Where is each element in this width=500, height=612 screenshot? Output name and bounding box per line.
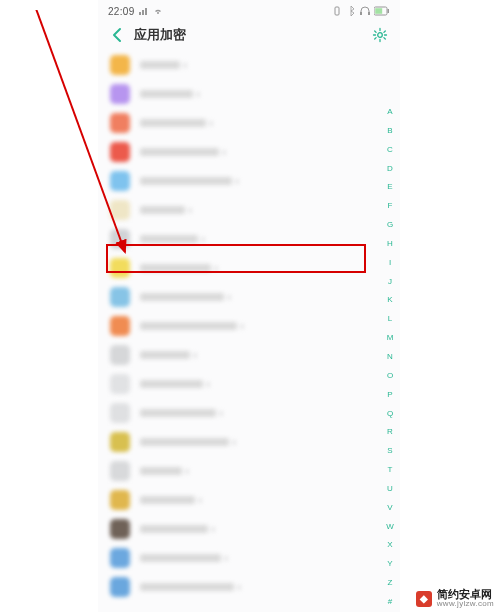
index-letter[interactable]: S xyxy=(387,447,392,455)
status-left: 22:09 xyxy=(108,6,163,17)
index-letter[interactable]: L xyxy=(388,315,392,323)
app-name-blur xyxy=(140,206,185,214)
app-icon xyxy=(110,490,130,510)
index-letter[interactable]: I xyxy=(389,259,391,267)
svg-rect-0 xyxy=(335,7,339,15)
app-name-blur xyxy=(140,264,211,272)
app-row[interactable]: › xyxy=(98,195,382,224)
app-row[interactable]: › xyxy=(98,543,382,572)
index-letter[interactable]: J xyxy=(388,278,392,286)
index-letter[interactable]: G xyxy=(387,221,393,229)
app-icon xyxy=(110,200,130,220)
app-name-blur xyxy=(140,61,180,69)
index-letter[interactable]: H xyxy=(387,240,393,248)
index-letter[interactable]: B xyxy=(387,127,392,135)
settings-button[interactable] xyxy=(372,27,388,43)
index-letter[interactable]: A xyxy=(387,108,392,116)
index-letter[interactable]: D xyxy=(387,165,393,173)
svg-rect-5 xyxy=(375,8,382,14)
app-name-blur xyxy=(140,583,234,591)
app-name-blur xyxy=(140,235,198,243)
chevron-right-icon: › xyxy=(216,406,226,420)
bluetooth-icon xyxy=(346,6,356,16)
app-row[interactable]: › xyxy=(98,456,382,485)
app-row[interactable]: › xyxy=(98,398,382,427)
app-row[interactable]: › xyxy=(98,166,382,195)
app-row[interactable]: › xyxy=(98,79,382,108)
app-icon xyxy=(110,84,130,104)
app-name-blur xyxy=(140,293,224,301)
chevron-right-icon: › xyxy=(198,232,208,246)
index-letter[interactable]: V xyxy=(387,504,392,512)
app-icon xyxy=(110,55,130,75)
watermark: ◆ 简约安卓网 www.jylzw.com xyxy=(416,589,494,608)
chevron-right-icon: › xyxy=(211,261,221,275)
index-letter[interactable]: P xyxy=(387,391,392,399)
app-name-blur xyxy=(140,438,229,446)
content-area: ››››››››››››››››››› ABCDEFGHIJKLMNOPQRST… xyxy=(98,50,400,612)
app-row[interactable]: › xyxy=(98,311,382,340)
alphabet-index[interactable]: ABCDEFGHIJKLMNOPQRSTUVWXYZ# xyxy=(384,108,396,606)
chevron-right-icon: › xyxy=(229,435,239,449)
app-icon xyxy=(110,113,130,133)
index-letter[interactable]: R xyxy=(387,428,393,436)
chevron-right-icon: › xyxy=(193,87,203,101)
app-row[interactable]: › xyxy=(98,485,382,514)
chevron-right-icon: › xyxy=(203,377,213,391)
index-letter[interactable]: X xyxy=(387,541,392,549)
index-letter[interactable]: C xyxy=(387,146,393,154)
index-letter[interactable]: K xyxy=(387,296,392,304)
chevron-right-icon: › xyxy=(180,58,190,72)
index-letter[interactable]: O xyxy=(387,372,393,380)
app-name-blur xyxy=(140,90,193,98)
chevron-right-icon: › xyxy=(182,464,192,478)
vibrate-icon xyxy=(332,6,342,16)
index-letter[interactable]: Y xyxy=(387,560,392,568)
signal-icon xyxy=(139,6,149,16)
app-icon xyxy=(110,403,130,423)
index-letter[interactable]: Q xyxy=(387,410,393,418)
headphone-icon xyxy=(360,6,370,16)
app-name-blur xyxy=(140,496,195,504)
app-row[interactable]: › xyxy=(98,224,382,253)
chevron-right-icon: › xyxy=(221,551,231,565)
phone-screen: 22:09 应用加密 xyxy=(98,0,400,612)
app-row[interactable]: › xyxy=(98,108,382,137)
app-name-blur xyxy=(140,177,232,185)
app-icon xyxy=(110,229,130,249)
app-row[interactable]: › xyxy=(98,427,382,456)
app-row[interactable]: › xyxy=(98,50,382,79)
chevron-right-icon: › xyxy=(224,290,234,304)
index-letter[interactable]: M xyxy=(387,334,394,342)
index-letter[interactable]: # xyxy=(388,598,392,606)
back-button[interactable] xyxy=(110,27,126,43)
index-letter[interactable]: E xyxy=(387,183,392,191)
app-name-blur xyxy=(140,322,237,330)
app-row[interactable]: › xyxy=(98,369,382,398)
index-letter[interactable]: F xyxy=(388,202,393,210)
index-letter[interactable]: Z xyxy=(388,579,393,587)
index-letter[interactable]: U xyxy=(387,485,393,493)
app-icon xyxy=(110,577,130,597)
status-time: 22:09 xyxy=(108,6,135,17)
app-icon xyxy=(110,374,130,394)
index-letter[interactable]: N xyxy=(387,353,393,361)
app-row[interactable]: › xyxy=(98,514,382,543)
app-row[interactable]: › xyxy=(98,253,382,282)
app-name-blur xyxy=(140,148,219,156)
app-row[interactable]: › xyxy=(98,572,382,601)
app-row[interactable]: › xyxy=(98,282,382,311)
battery-icon xyxy=(374,6,390,16)
svg-rect-2 xyxy=(368,12,370,15)
app-name-blur xyxy=(140,554,221,562)
app-row[interactable]: › xyxy=(98,340,382,369)
app-icon xyxy=(110,345,130,365)
index-letter[interactable]: W xyxy=(386,523,394,531)
app-icon xyxy=(110,171,130,191)
app-list[interactable]: ››››››››››››››››››› xyxy=(98,50,400,612)
app-name-blur xyxy=(140,409,216,417)
app-row[interactable]: › xyxy=(98,137,382,166)
wifi-icon xyxy=(153,6,163,16)
app-icon xyxy=(110,287,130,307)
index-letter[interactable]: T xyxy=(388,466,393,474)
